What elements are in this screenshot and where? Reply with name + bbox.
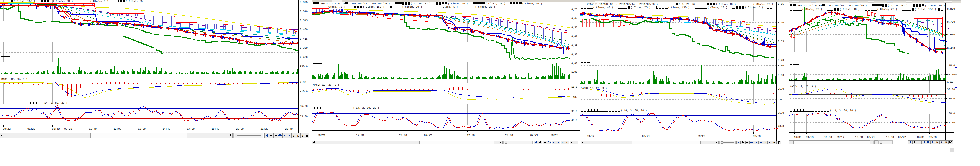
svg-text:140.0: 140.0 <box>947 64 955 67</box>
svg-text:950.0: 950.0 <box>300 65 308 68</box>
svg-text:09/21: 09/21 <box>867 136 875 139</box>
svg-text:L: L <box>297 135 299 138</box>
svg-text:8,400: 8,400 <box>947 47 955 50</box>
svg-text:8,30: 8,30 <box>571 53 578 56</box>
svg-text:16:30: 16:30 <box>886 136 894 139</box>
svg-text:13:20: 13:20 <box>138 128 146 131</box>
svg-text:4.00: 4.00 <box>300 81 306 84</box>
svg-text:225mini 11/10( 30: 225mini 11/10( 30 <box>587 3 613 6</box>
svg-text:( Close, 10 ): ( Close, 10 ) <box>716 3 736 6</box>
svg-text:MACD( 12, 26, 9 ): MACD( 12, 26, 9 ) <box>790 85 816 88</box>
svg-text:8,56: 8,56 <box>571 26 578 29</box>
svg-text:20:00: 20:00 <box>236 128 244 131</box>
svg-text:-18.: -18. <box>571 96 578 99</box>
svg-text:8,70: 8,70 <box>778 22 784 24</box>
svg-text:X 10: X 10 <box>947 81 953 84</box>
svg-text:8,85: 8,85 <box>778 3 784 6</box>
svg-text:3,00: 3,00 <box>778 74 784 77</box>
svg-text:09:20: 09:20 <box>64 128 72 131</box>
svg-text:( 14, 3, 80, 20 ): ( 14, 3, 80, 20 ) <box>353 107 379 110</box>
svg-text:16:30: 16:30 <box>855 136 863 139</box>
svg-text:( Close, 20 ): ( Close, 20 ) <box>402 6 422 9</box>
svg-text:L: L <box>941 141 942 144</box>
svg-text:09/22: 09/22 <box>898 136 906 139</box>
svg-text:8,550: 8,550 <box>947 33 955 36</box>
svg-text:D: D <box>562 142 563 144</box>
svg-text:D: D <box>765 142 766 144</box>
svg-text:( Close, 40 ): ( Close, 40 ) <box>593 6 613 9</box>
svg-text:8,610: 8,610 <box>300 10 308 13</box>
svg-text:40.00: 40.00 <box>947 122 955 125</box>
svg-text:225mini 11/10( 15: 225mini 11/10( 15 <box>319 2 345 5</box>
svg-text:02:40: 02:40 <box>52 128 60 131</box>
svg-text:16:30: 16:30 <box>916 136 924 139</box>
svg-text:01:20: 01:20 <box>27 128 35 131</box>
svg-text:( Close, 150 ): ( Close, 150 ) <box>14 0 35 3</box>
svg-text:( Close, 75 ): ( Close, 75 ) <box>325 6 345 9</box>
svg-text:( Close, 150 ): ( Close, 150 ) <box>915 8 936 11</box>
svg-text:09/23: 09/23 <box>753 135 760 138</box>
svg-text:( 14, 3, 80, 20 ): ( 14, 3, 80, 20 ) <box>41 102 67 105</box>
svg-text:12:00: 12:00 <box>114 128 121 131</box>
svg-text:25.0: 25.0 <box>778 88 784 91</box>
svg-text:100.0: 100.0 <box>947 112 955 115</box>
svg-text:( Close, 150 ): ( Close, 150 ) <box>363 6 384 9</box>
svg-text:8,350: 8,350 <box>300 47 308 50</box>
svg-text:09/21: 09/21 <box>318 134 325 137</box>
svg-text:-25.: -25. <box>778 99 784 101</box>
svg-text:D: D <box>936 141 938 144</box>
svg-text:, 2011/09/14 - 2011/09/26 ): , 2011/09/14 - 2011/09/26 ) <box>348 2 390 5</box>
svg-text:L: L <box>769 142 770 144</box>
svg-text:16:30: 16:30 <box>794 136 802 139</box>
svg-text:MACD( 12, 26, 9 ): MACD( 12, 26, 9 ) <box>581 87 607 90</box>
svg-text:09/17: 09/17 <box>587 135 594 138</box>
svg-text:8,480: 8,480 <box>300 28 308 31</box>
svg-text:B: B <box>945 141 947 144</box>
svg-text:( Close, 40 ): ( Close, 40 ) <box>522 2 542 5</box>
svg-text:-18.0: -18.0 <box>300 90 308 93</box>
svg-text:L: L <box>566 142 568 144</box>
svg-text:8,850: 8,850 <box>947 8 955 11</box>
svg-text:( Close, 75 ): ( Close, 75 ) <box>753 3 773 6</box>
svg-text:12:00: 12:00 <box>356 134 364 137</box>
svg-text:8,545: 8,545 <box>300 19 308 22</box>
svg-text:11.5: 11.5 <box>571 86 578 89</box>
svg-text:09/16: 09/16 <box>806 136 813 139</box>
svg-text:40.0: 40.0 <box>571 119 578 122</box>
svg-text:( Close, 5 ): ( Close, 5 ) <box>439 6 458 9</box>
svg-text:8,415: 8,415 <box>300 38 308 41</box>
svg-text:95.0: 95.0 <box>571 110 578 113</box>
svg-text:8,73: 8,73 <box>571 8 578 11</box>
svg-text:8,700: 8,700 <box>947 21 955 24</box>
svg-text:8,39: 8,39 <box>571 44 578 47</box>
svg-text:( Close, 25 ): ( Close, 25 ) <box>475 6 495 9</box>
svg-text:( Close, 5 ): ( Close, 5 ) <box>90 0 108 3</box>
svg-text:-30.0: -30.0 <box>947 98 955 100</box>
svg-text:8,64: 8,64 <box>571 17 578 20</box>
svg-text:20:00: 20:00 <box>505 134 513 137</box>
svg-text:95.0: 95.0 <box>778 112 784 115</box>
svg-text:8,55: 8,55 <box>778 41 784 43</box>
svg-text:( Close, 75 ): ( Close, 75 ) <box>631 6 651 9</box>
svg-text:50.00: 50.00 <box>947 89 955 91</box>
svg-text:09/22: 09/22 <box>424 134 432 137</box>
svg-text:8,40: 8,40 <box>778 59 784 62</box>
svg-text:4,80: 4,80 <box>571 62 578 65</box>
svg-text:, 2011/09/14 - 2011/09/26 ): , 2011/09/14 - 2011/09/26 ) <box>825 4 867 8</box>
svg-text:( 14, 3, 80, 20 ): ( 14, 3, 80, 20 ) <box>830 109 856 112</box>
svg-text:( Close, 25 ): ( Close, 25 ) <box>126 0 146 3</box>
svg-text:( 14, 3, 80, 20 ): ( 14, 3, 80, 20 ) <box>621 109 647 112</box>
svg-text:( 9, 26, 52 ): ( 9, 26, 52 ) <box>411 2 431 5</box>
svg-text:8,50: 8,50 <box>778 65 784 67</box>
svg-text:12:00: 12:00 <box>467 134 475 137</box>
svg-text:95.00: 95.00 <box>300 105 308 108</box>
svg-text:09/21: 09/21 <box>642 135 650 138</box>
svg-text:17:20: 17:20 <box>187 128 195 131</box>
svg-text:( 9, 26, 52 ): ( 9, 26, 52 ) <box>679 3 698 6</box>
svg-text:09/22: 09/22 <box>698 135 705 138</box>
svg-text:, 2011/09/14 - 2011/09/26 ): , 2011/09/14 - 2011/09/26 ) <box>616 3 658 6</box>
svg-text:2,450: 2,450 <box>300 56 308 59</box>
svg-text:( Close, 5 ): ( Close, 5 ) <box>745 6 763 9</box>
svg-text:MACD( 12, 26, 9 ): MACD( 12, 26, 9 ) <box>313 84 339 87</box>
svg-text:35.00: 35.00 <box>300 115 308 118</box>
